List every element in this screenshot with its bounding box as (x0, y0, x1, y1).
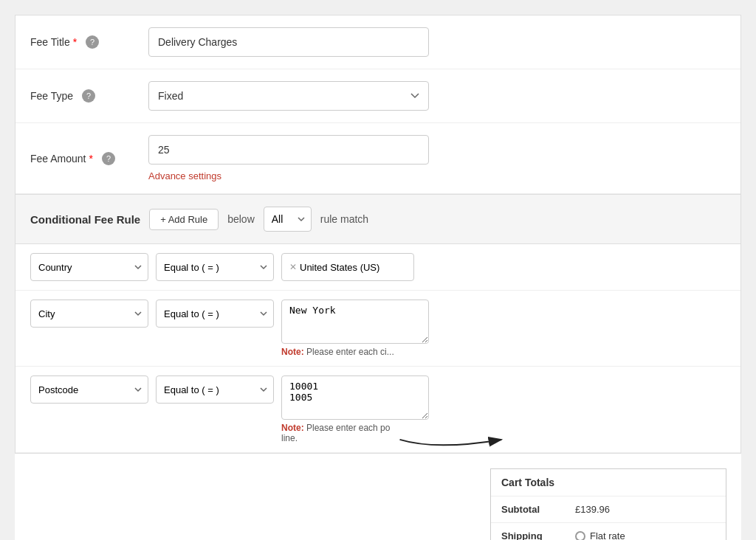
tag-remove-icon[interactable]: ✕ (289, 262, 297, 272)
shipping-options-list: Flat rate Free delivery (575, 530, 715, 540)
country-rule-row: Country City Postcode Equal to ( = ) Not… (16, 244, 740, 291)
postcode-field-select[interactable]: Postcode Country City (30, 375, 148, 404)
all-rules-select[interactable]: All Any (264, 207, 312, 232)
add-rule-button[interactable]: + Add Rule (149, 209, 219, 230)
postcode-value-col: 10001 1005 Note: Please enter each polin… (281, 375, 429, 443)
flat-rate-label: Flat rate (590, 530, 625, 540)
bottom-area: Delivery charges appliedto city postal c… (15, 454, 741, 540)
shipping-row: Shipping Flat rate Free delivery (491, 523, 726, 540)
fee-amount-input[interactable] (148, 135, 429, 165)
advance-settings-link[interactable]: Advance settings (148, 170, 726, 181)
country-value-text: United States (US) (300, 262, 379, 273)
city-note: Note: Please enter each ci... (281, 347, 429, 357)
subtotal-label: Subtotal (501, 504, 568, 515)
cart-totals-title: Cart Totals (491, 469, 726, 496)
fee-type-select[interactable]: Fixed Percentage Free (148, 81, 429, 111)
main-container: Fee Title * ? Fee Type ? Fixed Percentag… (15, 15, 741, 540)
rule-match-text: rule match (320, 213, 368, 225)
cart-panel-wrapper: Cart Totals Subtotal £139.96 Shipping Fl… (490, 468, 726, 540)
flat-rate-radio[interactable] (575, 531, 585, 541)
city-value-input[interactable]: New York (281, 300, 429, 344)
fee-amount-row: Fee Amount * ? Advance settings (16, 123, 740, 194)
conditional-fee-rule-bar: Conditional Fee Rule + Add Rule below Al… (15, 195, 741, 244)
city-field-select[interactable]: City Country Postcode (30, 300, 148, 328)
fee-title-help-icon[interactable]: ? (86, 35, 99, 49)
fee-title-input[interactable] (148, 27, 429, 57)
conditional-title: Conditional Fee Rule (30, 213, 140, 226)
shipping-options-area: Flat rate Free delivery Shipping to New … (575, 530, 715, 540)
postcode-note: Note: Please enter each poline. (281, 423, 429, 443)
fee-type-label: Fee Type ? (30, 89, 148, 103)
shipping-label: Shipping (501, 530, 568, 540)
cart-panel: Cart Totals Subtotal £139.96 Shipping Fl… (490, 468, 726, 540)
fee-amount-required: * (89, 153, 93, 165)
country-field-select[interactable]: Country City Postcode (30, 253, 148, 281)
form-section: Fee Title * ? Fee Type ? Fixed Percentag… (15, 15, 741, 195)
fee-title-label: Fee Title * ? (30, 35, 148, 49)
city-value-col: New York Note: Please enter each ci... (281, 300, 429, 357)
below-text: below (227, 213, 255, 225)
fee-title-row: Fee Title * ? (16, 15, 740, 69)
postcode-operator-select[interactable]: Equal to ( = ) Not equal to (156, 375, 274, 404)
subtotal-row: Subtotal £139.96 (491, 496, 726, 523)
fee-amount-help-icon[interactable]: ? (102, 152, 115, 165)
subtotal-value: £139.96 (575, 504, 715, 515)
fee-type-row: Fee Type ? Fixed Percentage Free (16, 69, 740, 123)
country-value-tag[interactable]: ✕ United States (US) (281, 253, 414, 281)
country-operator-select[interactable]: Equal to ( = ) Not equal to (156, 253, 274, 281)
fee-amount-label: Fee Amount * ? (30, 152, 148, 165)
postcode-value-input[interactable]: 10001 1005 (281, 375, 429, 420)
fee-title-input-area (148, 27, 726, 57)
city-rule-row: City Country Postcode Equal to ( = ) Not… (16, 291, 740, 367)
fee-amount-input-area: Advance settings (148, 135, 726, 181)
rules-area: Country City Postcode Equal to ( = ) Not… (15, 244, 741, 454)
fee-type-help-icon[interactable]: ? (82, 89, 95, 103)
city-operator-select[interactable]: Equal to ( = ) Not equal to (156, 300, 274, 328)
fee-type-input-area: Fixed Percentage Free (148, 81, 726, 111)
flat-rate-option[interactable]: Flat rate (575, 530, 715, 540)
required-indicator: * (73, 36, 77, 48)
postcode-rule-row: Postcode Country City Equal to ( = ) Not… (16, 367, 740, 453)
